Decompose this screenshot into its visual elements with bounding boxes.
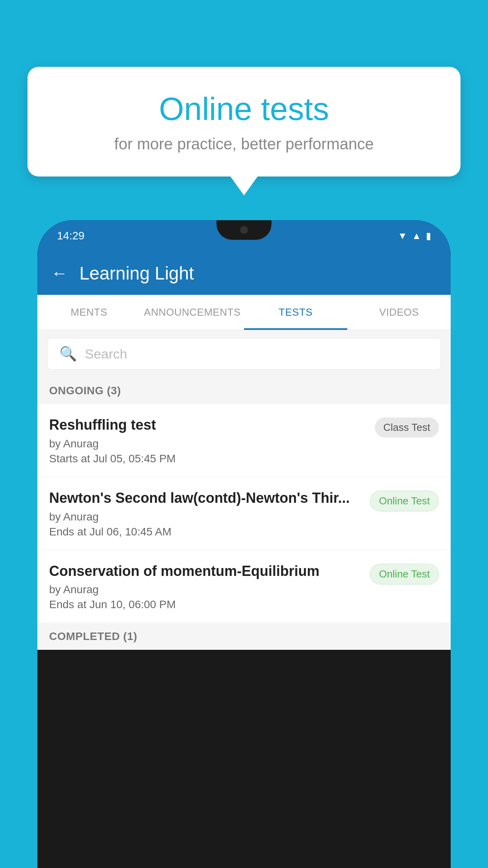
search-placeholder: Search xyxy=(85,346,127,362)
status-time: 14:29 xyxy=(57,230,84,242)
test-name: Reshuffling test xyxy=(49,416,367,434)
app-header: ← Learning Light xyxy=(37,252,451,295)
test-by: by Anurag xyxy=(49,511,362,523)
signal-icon: ▲ xyxy=(412,230,421,241)
status-bar: 14:29 ▼ ▲ ▮ xyxy=(37,220,451,252)
test-item[interactable]: Newton's Second law(contd)-Newton's Thir… xyxy=(37,477,451,550)
status-icons: ▼ ▲ ▮ xyxy=(398,230,431,241)
test-time: Ends at Jun 10, 06:00 PM xyxy=(49,598,362,611)
ongoing-section-header: ONGOING (3) xyxy=(37,377,451,404)
phone-notch xyxy=(216,220,272,240)
test-info: Reshuffling test by Anurag Starts at Jul… xyxy=(49,416,367,465)
test-badge-online: Online Test xyxy=(370,491,439,511)
test-by: by Anurag xyxy=(49,583,362,596)
search-bar[interactable]: 🔍 Search xyxy=(47,338,441,370)
test-by: by Anurag xyxy=(49,438,367,450)
tab-announcements[interactable]: ANNOUNCEMENTS xyxy=(141,295,244,330)
tab-ments[interactable]: MENTS xyxy=(37,295,141,330)
test-badge-online: Online Test xyxy=(370,564,439,585)
test-time: Starts at Jul 05, 05:45 PM xyxy=(49,452,367,465)
app-title: Learning Light xyxy=(79,263,194,284)
speech-bubble: Online tests for more practice, better p… xyxy=(28,67,460,177)
tab-tests[interactable]: TESTS xyxy=(244,295,347,330)
test-name: Newton's Second law(contd)-Newton's Thir… xyxy=(49,489,362,508)
test-item[interactable]: Reshuffling test by Anurag Starts at Jul… xyxy=(37,404,451,477)
phone-mockup: 14:29 ▼ ▲ ▮ ← Learning Light MENTS ANNOU… xyxy=(37,220,451,868)
search-container: 🔍 Search xyxy=(37,330,451,377)
camera-notch xyxy=(240,226,248,234)
bubble-subtitle: for more practice, better performance xyxy=(51,135,437,153)
test-time: Ends at Jul 06, 10:45 AM xyxy=(49,526,362,538)
battery-icon: ▮ xyxy=(426,230,431,241)
test-name: Conservation of momentum-Equilibrium xyxy=(49,562,362,581)
test-info: Conservation of momentum-Equilibrium by … xyxy=(49,562,362,611)
wifi-icon: ▼ xyxy=(398,230,407,241)
back-button[interactable]: ← xyxy=(51,264,68,283)
test-badge-class: Class Test xyxy=(375,417,439,438)
completed-section-header: COMPLETED (1) xyxy=(37,623,451,650)
tab-videos[interactable]: VIDEOS xyxy=(347,295,451,330)
test-item[interactable]: Conservation of momentum-Equilibrium by … xyxy=(37,550,451,623)
search-icon: 🔍 xyxy=(59,346,77,362)
bubble-title: Online tests xyxy=(51,90,437,127)
phone-screen: MENTS ANNOUNCEMENTS TESTS VIDEOS 🔍 Searc… xyxy=(37,295,451,650)
test-info: Newton's Second law(contd)-Newton's Thir… xyxy=(49,489,362,538)
tabs-bar: MENTS ANNOUNCEMENTS TESTS VIDEOS xyxy=(37,295,451,330)
